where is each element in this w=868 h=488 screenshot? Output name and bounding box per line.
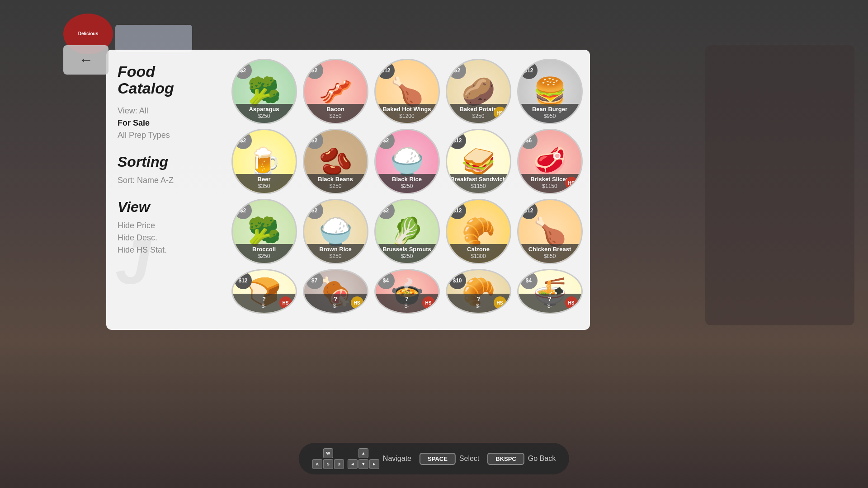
food-name: Breakfast Sandwich — [448, 176, 509, 183]
food-price: $950 — [519, 113, 581, 119]
food-image: 🍺 — [247, 145, 281, 178]
food-item[interactable]: $2🥬Brussels Sprouts$250 — [373, 199, 440, 264]
d-key: D — [334, 459, 344, 469]
price-badge: $4 — [377, 272, 395, 289]
price-badge: $12 — [449, 202, 466, 219]
food-label-area: Breakfast Sandwich$1150 — [446, 174, 511, 193]
sorting-title: Sorting — [118, 154, 212, 170]
food-price: $250 — [233, 113, 295, 119]
sort-option[interactable]: Sort: Name A-Z — [118, 176, 212, 185]
food-item[interactable]: $10🥐HS?$- — [445, 269, 512, 314]
food-image: 🍚 — [390, 145, 424, 178]
food-item[interactable]: $2🍺Beer$350 — [231, 129, 297, 194]
catalog-title: Food Catalog — [118, 63, 212, 97]
price-badge: $2 — [306, 62, 323, 79]
food-item[interactable]: $2🥓Bacon$250 — [302, 59, 369, 124]
food-name: Calzone — [448, 246, 509, 253]
food-name: Black Rice — [376, 176, 438, 183]
food-price: $250 — [376, 253, 438, 259]
food-label-area: Bacon$250 — [303, 104, 368, 123]
food-grid-container[interactable]: $2🥦Asparagus$250$2🥓Bacon$250$12🍗Baked Ho… — [224, 50, 590, 330]
sidebar-watermark: J — [115, 230, 151, 294]
food-price: $250 — [305, 183, 367, 189]
space-key: SPACE — [420, 453, 456, 465]
food-label-area: Baked Hot Wings$1200 — [374, 104, 440, 123]
food-item[interactable]: $4🍲HS?$- — [373, 269, 440, 314]
food-image: 🥦 — [247, 216, 281, 248]
back-control: BKSPC Go Back — [487, 453, 556, 465]
food-item[interactable]: $6🥩HSBrisket Slices$1150 — [516, 129, 583, 194]
food-item[interactable]: $12🥐Calzone$1300 — [445, 199, 512, 264]
food-price: $1300 — [448, 253, 509, 259]
food-image: 🥩 — [533, 145, 567, 178]
food-item[interactable]: $2🍚Black Rice$250 — [373, 129, 440, 194]
go-back-label: Go Back — [528, 455, 556, 463]
hs-badge: HS — [565, 296, 578, 309]
wasd-icon: W A S D — [312, 448, 344, 469]
price-badge: $12 — [520, 62, 538, 79]
navigate-control: W A S D ▲ ◄ ▼ ► Navigate — [312, 448, 411, 469]
price-badge: $2 — [306, 202, 323, 219]
right-key: ► — [369, 459, 379, 469]
food-price: $350 — [233, 183, 295, 189]
food-label-area: Brown Rice$250 — [303, 244, 368, 263]
s-key: S — [323, 459, 333, 469]
select-label: Select — [459, 455, 479, 463]
food-price: $1200 — [376, 113, 438, 119]
food-item[interactable]: $2🫘Black Beans$250 — [302, 129, 369, 194]
food-image: 🍚 — [319, 216, 353, 248]
back-button[interactable]: ← — [63, 45, 108, 75]
food-item[interactable]: $12🍗Chicken Breast$850 — [516, 199, 583, 264]
top-bar-left — [115, 25, 192, 52]
food-label-area: Beer$350 — [231, 174, 297, 193]
food-image: 🫘 — [319, 145, 353, 178]
select-control: SPACE Select — [420, 453, 479, 465]
hs-badge: HS — [422, 296, 435, 309]
navigate-label: Navigate — [383, 455, 411, 463]
price-badge: $2 — [377, 202, 395, 219]
food-name: Black Beans — [305, 176, 367, 183]
price-badge: $2 — [235, 132, 252, 149]
food-name: Bacon — [305, 106, 367, 113]
food-image: 🍗 — [390, 75, 424, 108]
right-decoration — [705, 45, 854, 325]
bottom-controls: W A S D ▲ ◄ ▼ ► Navigate SPACE Select BK… — [299, 443, 569, 474]
food-name: Brown Rice — [305, 246, 367, 253]
food-image: 🥐 — [462, 216, 495, 248]
food-price: $250 — [305, 113, 367, 119]
left-key: ◄ — [348, 459, 358, 469]
food-label-area: Black Beans$250 — [303, 174, 368, 193]
food-image: 🥪 — [462, 145, 495, 178]
price-badge: $2 — [449, 62, 466, 79]
food-item[interactable]: $12🍔Bean Burger$950 — [516, 59, 583, 124]
food-price: $250 — [233, 253, 295, 259]
food-label-area: Asparagus$250 — [231, 104, 297, 123]
price-badge: $2 — [235, 62, 252, 79]
food-image: 🥓 — [319, 75, 353, 108]
food-item[interactable]: $12🥪Breakfast Sandwich$1150 — [445, 129, 512, 194]
price-badge: $12 — [377, 62, 395, 79]
food-item[interactable]: $2🍚Brown Rice$250 — [302, 199, 369, 264]
all-prep-types-option[interactable]: All Prep Types — [118, 131, 212, 140]
view-all-option[interactable]: View: All — [118, 106, 212, 116]
food-label-area: Calzone$1300 — [446, 244, 511, 263]
back-arrow-icon: ← — [79, 52, 93, 68]
food-name: Brussels Sprouts — [376, 246, 438, 253]
food-item[interactable]: $2🥦Asparagus$250 — [231, 59, 297, 124]
food-item[interactable]: $12🍗Baked Hot Wings$1200 — [373, 59, 440, 124]
food-item[interactable]: $12🍞HS?$- — [231, 269, 297, 314]
food-item[interactable]: $4🍜HS?$- — [516, 269, 583, 314]
food-label-area: Chicken Breast$850 — [517, 244, 583, 263]
food-image: 🍔 — [533, 75, 567, 108]
price-badge: $4 — [520, 272, 538, 289]
price-badge: $12 — [235, 272, 252, 289]
food-item[interactable]: $7🍖HS?$- — [302, 269, 369, 314]
food-item[interactable]: $2🥔HSBaked Potato$250 — [445, 59, 512, 124]
view-title: View — [118, 199, 212, 216]
price-badge: $12 — [449, 132, 466, 149]
price-badge: $7 — [306, 272, 323, 289]
for-sale-option[interactable]: For Sale — [118, 118, 212, 128]
food-item[interactable]: $2🥦Broccoli$250 — [231, 199, 297, 264]
food-grid: $2🥦Asparagus$250$2🥓Bacon$250$12🍗Baked Ho… — [231, 59, 583, 314]
food-image: 🥬 — [390, 216, 424, 248]
